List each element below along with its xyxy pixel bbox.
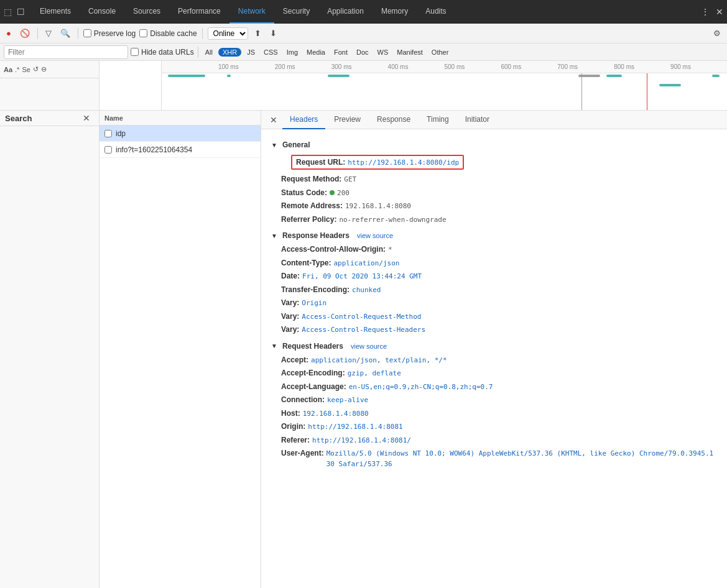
timeline-ruler-mark-7: 800 ms — [614, 63, 634, 70]
timeline-name-spacer — [100, 61, 162, 110]
disable-cache-checkbox[interactable] — [139, 29, 147, 37]
detail-tab-headers[interactable]: Headers — [282, 111, 325, 129]
search-button[interactable]: 🔍 — [58, 27, 73, 39]
requests-list[interactable]: Name idp info?t=1602251064354 — [100, 111, 261, 588]
request-checkbox-idp[interactable] — [104, 130, 112, 137]
hide-data-urls-checkbox[interactable] — [131, 48, 139, 56]
download-icon[interactable]: ⬇ — [267, 27, 279, 39]
timeline-vline-1 — [647, 73, 647, 110]
timeline-bar-7 — [712, 75, 720, 77]
acao-value: * — [388, 245, 392, 255]
network-toolbar: ● 🚫 ▽ 🔍 Preserve log Disable cache Onlin… — [0, 24, 727, 44]
filter-type-manifest[interactable]: Manifest — [394, 48, 426, 57]
request-headers-section[interactable]: ▼ Request Headers view source — [271, 342, 717, 351]
clear-button[interactable]: 🚫 — [17, 27, 32, 39]
tab-network[interactable]: Network — [229, 0, 274, 24]
filter-type-other[interactable]: Other — [428, 48, 452, 57]
toolbar-separator-3 — [202, 28, 203, 39]
tab-memory[interactable]: Memory — [373, 0, 417, 24]
tab-elements[interactable]: Elements — [31, 0, 80, 24]
date-label: Date: — [281, 270, 300, 282]
settings-icon[interactable]: ⚙ — [711, 27, 723, 39]
referrer-policy-row: Referrer Policy: no-referrer-when-downgr… — [281, 214, 717, 226]
request-view-source[interactable]: view source — [351, 342, 387, 350]
device-icon[interactable]: ☐ — [16, 6, 26, 18]
search-regex-btn[interactable]: .* — [15, 66, 19, 73]
general-section-header[interactable]: ▼ General — [271, 140, 717, 149]
tab-application[interactable]: Application — [318, 0, 373, 24]
search-clear-btn[interactable]: ⊖ — [41, 65, 47, 73]
detail-tab-preview[interactable]: Preview — [326, 111, 368, 129]
accept-value: application/json, text/plain, */* — [311, 356, 447, 366]
detail-tab-response[interactable]: Response — [369, 111, 418, 129]
tab-security[interactable]: Security — [274, 0, 318, 24]
response-headers-triangle: ▼ — [271, 232, 277, 239]
timeline-left-spacer: Aa .* Se ↺ ⊖ — [0, 61, 100, 110]
filter-type-ws[interactable]: WS — [374, 48, 392, 57]
timeline-ruler-mark-8: 900 ms — [670, 63, 691, 70]
preserve-log-text: Preserve log — [94, 29, 136, 38]
close-icon[interactable]: ✕ — [715, 6, 725, 18]
filter-type-img[interactable]: Img — [284, 48, 301, 57]
tab-console[interactable]: Console — [80, 0, 124, 24]
preserve-log-checkbox[interactable] — [83, 29, 91, 37]
search-se-btn[interactable]: Se — [22, 66, 30, 73]
hide-data-urls-label[interactable]: Hide data URLs — [131, 48, 194, 57]
detail-close-button[interactable]: ✕ — [266, 115, 281, 125]
status-code-label: Status Code: — [281, 187, 327, 198]
vary-acrh-row: Vary: Access-Control-Request-Headers — [281, 324, 717, 336]
filter-type-js[interactable]: JS — [244, 48, 258, 57]
user-agent-label: User-Agent: — [281, 448, 324, 459]
more-icon[interactable]: ⋮ — [700, 6, 711, 18]
record-button[interactable]: ● — [4, 27, 14, 39]
filter-type-all[interactable]: All — [202, 48, 216, 57]
detail-tab-initiator[interactable]: Initiator — [458, 111, 497, 129]
vary-origin-row: Vary: Origin — [281, 297, 717, 309]
throttle-select[interactable]: Online — [208, 27, 248, 40]
detail-content: ▼ General Request URL: http://192.168.1.… — [261, 129, 727, 476]
requests-area: Search ✕ Name idp info?t=1602251064354 ✕… — [0, 111, 727, 588]
accept-language-row: Accept-Language: en-US,en;q=0.9,zh-CN;q=… — [281, 381, 717, 393]
preserve-log-label[interactable]: Preserve log — [83, 29, 136, 38]
request-checkbox-info[interactable] — [104, 146, 112, 154]
host-label: Host: — [281, 408, 300, 419]
search-refresh-btn[interactable]: ↺ — [33, 65, 39, 73]
request-item-info[interactable]: info?t=1602251064354 — [100, 142, 261, 158]
request-headers-title: Request Headers — [282, 342, 343, 351]
filter-type-media[interactable]: Media — [303, 48, 328, 57]
user-agent-row: User-Agent: Mozilla/5.0 (Windows NT 10.0… — [281, 448, 717, 469]
acao-row: Access-Control-Allow-Origin: * — [281, 244, 717, 255]
search-close-button[interactable]: ✕ — [79, 113, 94, 123]
search-panel-header: Search ✕ — [0, 111, 99, 126]
filter-type-doc[interactable]: Doc — [353, 48, 372, 57]
search-panel: Search ✕ — [0, 111, 100, 588]
inspect-icon[interactable]: ⬚ — [2, 6, 13, 18]
filter-type-xhr[interactable]: XHR — [218, 48, 241, 57]
filter-button[interactable]: ▽ — [43, 27, 54, 39]
timeline-ruler-mark-5: 600 ms — [501, 63, 521, 70]
referer-label: Referer: — [281, 434, 310, 446]
tab-performance[interactable]: Performance — [169, 0, 229, 24]
upload-icon[interactable]: ⬆ — [252, 27, 264, 39]
detail-tab-timing[interactable]: Timing — [419, 111, 456, 129]
timeline-bar-5 — [606, 75, 622, 77]
response-headers-section[interactable]: ▼ Response Headers view source — [271, 231, 717, 240]
filter-type-css[interactable]: CSS — [261, 48, 281, 57]
request-method-value: GET — [344, 175, 356, 185]
filter-input[interactable] — [4, 45, 128, 59]
vary-acrh-value: Access-Control-Request-Headers — [302, 325, 425, 336]
vary-origin-value: Origin — [302, 298, 326, 309]
vary-acrm-label: Vary: — [281, 311, 299, 322]
content-type-value: application/json — [333, 259, 399, 269]
response-view-source[interactable]: view source — [357, 232, 393, 239]
referrer-policy-label: Referrer Policy: — [281, 214, 336, 225]
search-aa-btn[interactable]: Aa — [4, 66, 12, 73]
origin-value: http://192.168.1.4:8081 — [308, 422, 402, 433]
transfer-encoding-label: Transfer-Encoding: — [281, 284, 350, 295]
tab-sources[interactable]: Sources — [124, 0, 169, 24]
request-item-idp[interactable]: idp — [100, 126, 261, 142]
filter-type-font[interactable]: Font — [331, 48, 351, 57]
disable-cache-text: Disable cache — [150, 29, 197, 38]
tab-audits[interactable]: Audits — [417, 0, 455, 24]
disable-cache-label[interactable]: Disable cache — [139, 29, 197, 38]
